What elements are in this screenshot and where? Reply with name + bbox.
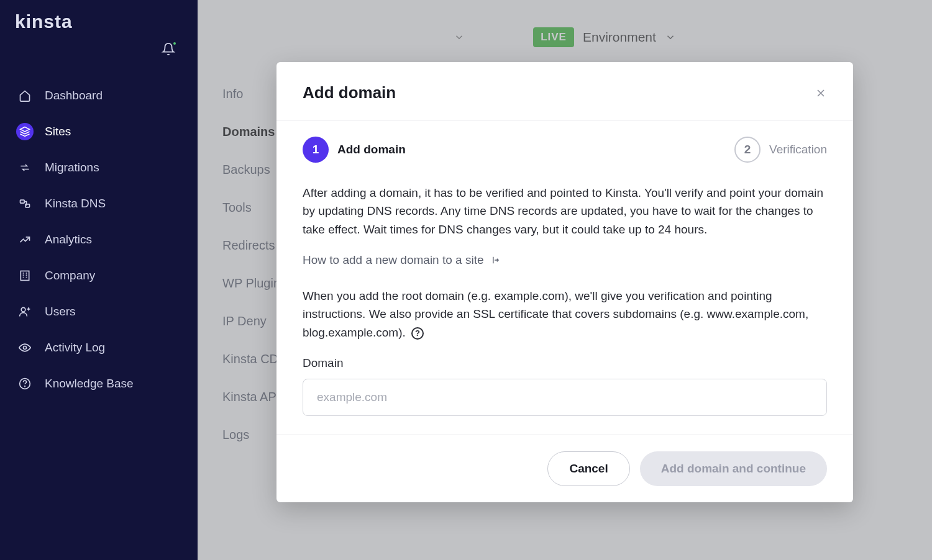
close-button[interactable] <box>815 87 827 99</box>
notification-dot <box>172 41 177 46</box>
wizard-steps: 1 Add domain 2 Verification <box>276 120 853 175</box>
nav-users[interactable]: Users <box>10 296 188 328</box>
svg-point-4 <box>21 307 25 312</box>
nav-migrations[interactable]: Migrations <box>10 151 188 184</box>
nav-dashboard[interactable]: Dashboard <box>10 79 188 112</box>
close-icon <box>815 87 827 99</box>
nav-label: Knowledge Base <box>45 377 134 391</box>
nav-label: Sites <box>45 125 71 138</box>
external-link-icon <box>489 255 500 266</box>
nav-label: Analytics <box>45 233 92 246</box>
cancel-button[interactable]: Cancel <box>547 451 629 486</box>
brand-name: Kinsta <box>15 11 73 32</box>
nav-label: Company <box>45 269 95 282</box>
notifications-button[interactable] <box>162 42 175 56</box>
nav-label: Kinsta DNS <box>45 197 106 210</box>
info-tooltip-icon[interactable]: ? <box>411 327 424 340</box>
info-paragraph-2: When you add the root domain (e.g. examp… <box>303 287 827 341</box>
nav-label: Users <box>45 305 76 318</box>
svg-rect-3 <box>21 271 29 281</box>
info-paragraph-1: After adding a domain, it has to be veri… <box>303 184 827 238</box>
arrows-icon <box>16 159 34 176</box>
eye-icon <box>16 339 34 356</box>
domain-input[interactable] <box>303 379 827 416</box>
modal-title: Add domain <box>303 83 396 102</box>
main-area: LIVE Environment Info Domains Backups To… <box>198 0 932 560</box>
nav-label: Activity Log <box>45 341 105 355</box>
primary-nav: Dashboard Sites Migrations Kinsta DNS An… <box>0 65 198 400</box>
add-domain-continue-button[interactable]: Add domain and continue <box>640 451 827 486</box>
brand-logo: Kinsta <box>0 11 198 38</box>
modal-overlay: Add domain 1 Add domain 2 Verification <box>198 0 932 560</box>
svg-rect-1 <box>21 200 25 203</box>
svg-point-5 <box>24 346 27 350</box>
nav-sites[interactable]: Sites <box>10 115 188 148</box>
user-plus-icon <box>16 303 34 320</box>
building-icon <box>16 267 34 284</box>
primary-sidebar: Kinsta Dashboard Sites Migrations <box>0 0 198 560</box>
nav-analytics[interactable]: Analytics <box>10 224 188 256</box>
step-verification: 2 Verification <box>734 137 827 163</box>
nav-label: Migrations <box>45 161 99 174</box>
step-number: 1 <box>303 137 329 163</box>
nav-knowledge-base[interactable]: Knowledge Base <box>10 368 188 400</box>
svg-point-7 <box>25 386 25 387</box>
nav-company[interactable]: Company <box>10 260 188 292</box>
step-label: Add domain <box>337 143 406 156</box>
step-label: Verification <box>769 143 827 156</box>
home-icon <box>16 87 34 104</box>
add-domain-modal: Add domain 1 Add domain 2 Verification <box>276 62 853 502</box>
layers-icon <box>16 123 34 140</box>
help-link-text: How to add a new domain to a site <box>303 251 484 269</box>
nav-label: Dashboard <box>45 89 103 102</box>
nav-activity-log[interactable]: Activity Log <box>10 332 188 364</box>
help-link[interactable]: How to add a new domain to a site <box>303 251 500 269</box>
step-add-domain: 1 Add domain <box>303 137 406 163</box>
question-icon <box>16 375 34 392</box>
nav-dns[interactable]: Kinsta DNS <box>10 187 188 220</box>
svg-marker-0 <box>21 127 30 132</box>
dns-icon <box>16 195 34 212</box>
domain-label: Domain <box>303 354 827 372</box>
chart-icon <box>16 231 34 248</box>
step-number: 2 <box>734 137 761 163</box>
